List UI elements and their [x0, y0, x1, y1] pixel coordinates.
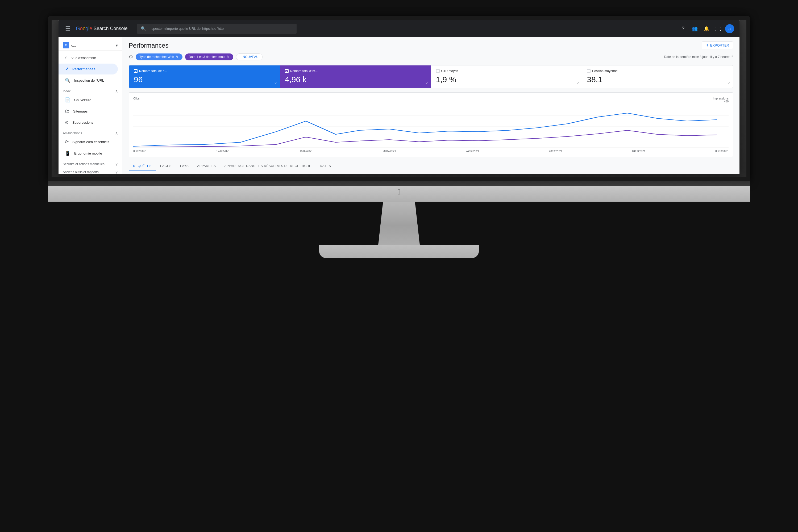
sidebar-item-coverage[interactable]: 📄 Couverture	[58, 94, 118, 105]
sidebar-item-sitemaps-label: Sitemaps	[73, 109, 88, 113]
metric-impressions-info-icon[interactable]: ?	[425, 81, 428, 85]
section-legacy: Anciens outils et rapports ∨	[58, 167, 122, 174]
chart-y-right-label-impressions: Impressions	[713, 97, 728, 100]
content-panel: Performances ⬇ EXPORTER ⚙ Type de recher…	[122, 37, 740, 174]
tab-pages[interactable]: PAGES	[156, 162, 176, 171]
stand-neck	[373, 202, 425, 249]
people-icon[interactable]: 👥	[690, 24, 700, 34]
metric-ctr-info-icon[interactable]: ?	[576, 81, 578, 85]
metric-card-clics-header: ✓ Nombre total de c...	[134, 69, 275, 73]
section-security: Sécurité et actions manuelles ∨	[58, 159, 122, 167]
metric-clics-info-icon[interactable]: ?	[274, 81, 277, 85]
removals-icon: ⊗	[65, 120, 69, 125]
metric-clics-checkbox[interactable]: ✓	[134, 69, 137, 73]
tab-requetes[interactable]: REQUÊTES	[129, 162, 156, 171]
hamburger-icon[interactable]: ☰	[64, 24, 72, 34]
metric-card-ctr-header: CTR moyen	[436, 69, 577, 73]
metric-ctr-checkbox[interactable]	[436, 69, 440, 73]
coverage-icon: 📄	[65, 97, 71, 103]
sidebar-item-url-inspection[interactable]: 🔍 Inspection de l'URL	[58, 75, 118, 86]
last-updated-text: Date de la dernière mise à jour : il y a…	[664, 55, 733, 59]
notifications-icon[interactable]: 🔔	[702, 24, 711, 34]
filter-chip-date[interactable]: Date: Les 3 derniers mois ✎	[185, 54, 233, 60]
search-icon: 🔍	[141, 26, 146, 31]
monitor-bottom-bezel	[48, 178, 750, 186]
section-ameliorations-label: Améliorations	[63, 131, 82, 135]
section-security-label: Sécurité et actions manuelles	[63, 162, 104, 166]
metric-impressions-label: Nombre total d'im...	[290, 69, 318, 73]
section-index-label: Index	[63, 89, 71, 93]
mobile-icon: 📱	[65, 151, 71, 156]
new-filter-button[interactable]: + NOUVEAU	[236, 54, 263, 60]
google-wordmark: Google	[76, 25, 92, 32]
chart-x-label-6: 28/02/2021	[549, 150, 562, 153]
metric-card-position[interactable]: Position moyenne 38,1 ?	[582, 65, 733, 88]
sidebar-item-removals[interactable]: ⊗ Suppressions	[58, 117, 118, 128]
chart-y-left-label: Clics	[133, 97, 140, 103]
metric-card-position-header: Position moyenne	[587, 69, 728, 73]
filter-chip-date-label: Date: Les 3 derniers mois	[189, 55, 225, 59]
property-name: c...	[71, 43, 114, 48]
apps-icon[interactable]: ⋮⋮	[714, 24, 723, 34]
filter-chip-search-type-label: Type de recherche: Web	[139, 55, 174, 59]
metric-position-info-icon[interactable]: ?	[727, 81, 730, 85]
home-icon: ⌂	[65, 55, 68, 60]
tab-appareils[interactable]: APPAREILS	[193, 162, 220, 171]
property-selector[interactable]: C c... ▾	[58, 40, 122, 51]
metric-card-clics[interactable]: ✓ Nombre total de c... 96 ?	[129, 65, 280, 88]
sidebar-item-web-vitals-label: Signaux Web essentiels	[72, 140, 109, 144]
sidebar-item-performances-label: Performances	[72, 67, 95, 71]
export-button[interactable]: ⬇ EXPORTER	[702, 41, 733, 49]
apple-logo-chin: 	[398, 188, 400, 196]
sidebar-item-web-vitals[interactable]: ⟳ Signaux Web essentiels	[58, 136, 118, 147]
tab-apparence[interactable]: APPARENCE DANS LES RÉSULTATS DE RECHERCH…	[220, 162, 316, 171]
chart-x-label-5: 24/02/2021	[466, 150, 479, 153]
section-ameliorations: Améliorations ∧	[58, 129, 122, 136]
metric-position-label: Position moyenne	[592, 69, 618, 73]
filters-bar: ⚙ Type de recherche: Web ✎ Date: Les 3 d…	[129, 54, 733, 60]
app-logo: Google Search Console	[76, 25, 128, 32]
content-header: Performances ⬇ EXPORTER	[129, 41, 733, 49]
sitemaps-icon: 🗂	[65, 109, 70, 114]
last-updated-label: Date de la dernière mise à jour : il y a…	[664, 55, 730, 59]
metric-card-impressions[interactable]: ✓ Nombre total d'im... 4,96 k ?	[280, 65, 431, 88]
section-ameliorations-chevron[interactable]: ∧	[115, 131, 118, 135]
sidebar-item-overview[interactable]: ⌂ Vue d'ensemble	[58, 52, 118, 63]
stand-base	[319, 245, 479, 258]
filter-chip-search-type[interactable]: Type de recherche: Web ✎	[136, 54, 183, 60]
performance-chart: 450 300 150 0	[133, 105, 728, 148]
export-icon: ⬇	[706, 43, 709, 48]
metric-position-checkbox[interactable]	[587, 69, 590, 73]
chart-x-label-3: 16/02/2021	[300, 150, 313, 153]
filter-chip-date-edit-icon: ✎	[226, 55, 230, 59]
sidebar-item-coverage-label: Couverture	[74, 98, 91, 102]
tabs-row: REQUÊTES PAGES PAYS APPAREILS APPARENCE …	[129, 162, 733, 171]
metric-ctr-value: 1,9 %	[436, 75, 577, 84]
metric-card-ctr[interactable]: CTR moyen 1,9 % ?	[431, 65, 582, 88]
sidebar-item-mobile[interactable]: 📱 Ergonomie mobile	[58, 148, 118, 159]
section-security-chevron[interactable]: ∨	[115, 162, 118, 166]
help-icon[interactable]: ?	[678, 24, 688, 34]
main-content: C c... ▾ ⌂ Vue d'ensemble ↗ Performances…	[58, 37, 740, 174]
tab-dates[interactable]: DATES	[316, 162, 336, 171]
metric-position-value: 38,1	[587, 75, 728, 84]
tab-pays[interactable]: PAYS	[176, 162, 193, 171]
section-index-chevron[interactable]: ∧	[115, 89, 118, 93]
chart-x-label-8: 08/03/2021	[715, 150, 728, 153]
filter-settings-icon[interactable]: ⚙	[129, 54, 133, 60]
chart-header: Clics Impressions 450	[133, 97, 728, 103]
sidebar-item-sitemaps[interactable]: 🗂 Sitemaps	[58, 106, 118, 116]
topbar: ☰ Google Search Console 🔍 Inspecter n'im…	[58, 20, 740, 37]
global-search-bar[interactable]: 🔍 Inspecter n'importe quelle URL de 'htt…	[137, 24, 297, 34]
metric-impressions-checkbox[interactable]: ✓	[285, 69, 289, 73]
sidebar-item-performances[interactable]: ↗ Performances	[58, 63, 118, 75]
last-updated-info-icon[interactable]: ?	[731, 55, 733, 59]
sidebar-item-mobile-label: Ergonomie mobile	[74, 151, 102, 155]
user-avatar[interactable]: a	[725, 24, 734, 33]
sidebar: C c... ▾ ⌂ Vue d'ensemble ↗ Performances…	[58, 37, 122, 174]
chart-x-label-4: 20/02/2021	[383, 150, 396, 153]
export-label: EXPORTER	[710, 43, 729, 48]
metrics-row: ✓ Nombre total de c... 96 ? ✓ Nombre tot…	[129, 65, 733, 88]
section-legacy-chevron[interactable]: ∨	[115, 170, 118, 174]
metric-clics-value: 96	[134, 75, 275, 84]
